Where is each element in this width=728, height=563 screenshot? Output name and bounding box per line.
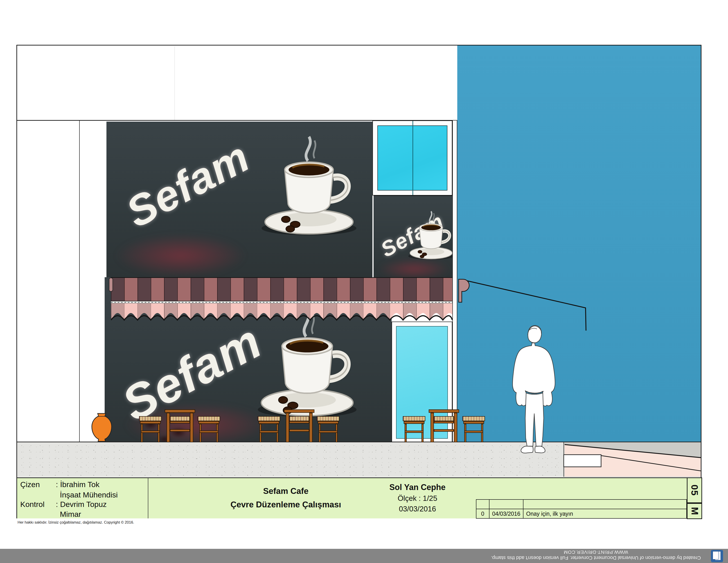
revision-col-line [523,499,523,519]
checked-by-label: Kontrol [20,500,45,509]
drawn-by-name: : İbrahim Tok [56,480,99,489]
elevation-drawing-sheet: Sefam Sefam Sefam [0,0,728,563]
sheet-border [16,45,701,518]
watermark-strip: Created by demo-version of Universal Doc… [0,549,728,563]
date-text: 03/03/2016 [399,505,436,513]
document-page-icon [713,551,719,559]
revision-description: Onay için, ilk yayın [526,509,684,518]
watermark-line2: WWW.PRINT-DRIVER.COM [491,549,701,555]
universal-document-converter-icon [711,550,723,562]
sheet-letter: M [689,507,700,515]
project-line2: Çevre Düzenleme Çalışması [230,500,341,509]
watermark-line1: Created by demo-version of Universal Doc… [491,555,701,561]
revision-no: 0 [476,509,489,518]
revision-date: 04/03/2016 [489,509,523,518]
project-title: Sefam Cafe Çevre Düzenleme Çalışması [212,478,360,518]
sheet-number-tab: 05 [687,477,702,503]
checked-by-role: Mimar [60,510,81,519]
drawn-by-label: Çizen [20,480,40,489]
scale-text: Ölçek : 1/25 [398,494,437,503]
watermark-text: Created by demo-version of Universal Doc… [491,549,701,561]
checked-by-name: : Devrim Topuz [56,500,107,509]
view-name: Sol Yan Cephe [389,483,445,492]
sheet-letter-tab: M [687,503,702,519]
title-block-divider [148,477,148,518]
project-line1: Sefam Cafe [263,486,309,496]
drawing-info: Sol Yan Cephe Ölçek : 1/25 03/03/2016 [380,478,455,518]
sheet-number: 05 [689,485,700,496]
copyright-note: Her hakkı saklıdır. İzinsiz çoğaltılamaz… [18,520,134,525]
drawn-by-role: İnşaat Mühendisi [60,491,118,499]
